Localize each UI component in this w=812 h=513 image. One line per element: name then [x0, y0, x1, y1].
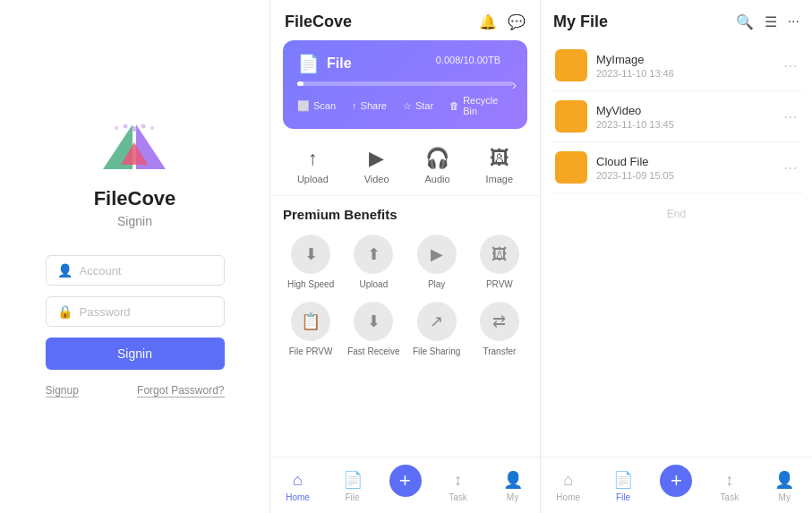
- upload-icon: ↑: [308, 147, 318, 170]
- storage-size: 0.008/10.00TB: [436, 55, 500, 65]
- signin-button[interactable]: Signin: [46, 338, 225, 370]
- share-label: Share: [361, 100, 387, 111]
- file-info-cloudfile: Cloud File 2023-11-09 15:05: [596, 155, 774, 181]
- app-name: FileCove: [94, 187, 176, 210]
- audio-action[interactable]: 🎧 Audio: [424, 147, 449, 184]
- file-date-myvideo: 2023-11-10 13:45: [596, 119, 774, 130]
- high-speed-icon: ⬇: [291, 235, 330, 274]
- password-input[interactable]: [80, 305, 213, 319]
- nav-file[interactable]: 📄 File: [335, 470, 371, 502]
- video-label: Video: [364, 174, 389, 184]
- transfer-label: Transfer: [483, 346, 516, 356]
- file-nav-icon: 📄: [343, 470, 363, 490]
- upload-label: Upload: [297, 174, 329, 184]
- storage-card[interactable]: 📄 File 0.008/10.00TB ⬜ Scan ↑ Share ☆ St…: [283, 40, 527, 129]
- audio-label: Audio: [424, 174, 449, 184]
- upload-action[interactable]: ↑ Upload: [297, 147, 329, 184]
- svg-point-6: [124, 124, 128, 129]
- my-label: My: [507, 492, 518, 502]
- video-action[interactable]: ▶ Video: [364, 147, 389, 184]
- nav-add-button[interactable]: +: [389, 465, 422, 497]
- signin-panel: FileCove Signin 👤 🔒 Signin Signup Forgot…: [0, 0, 270, 513]
- fast-receive-icon: ⬇: [354, 302, 393, 341]
- file-more-myimage[interactable]: ⋯: [783, 57, 798, 74]
- mid-title: FileCove: [285, 13, 352, 31]
- right-header-icons: 🔍 ☰ ···: [736, 13, 799, 30]
- file-name-cloudfile: Cloud File: [596, 155, 774, 168]
- progress-bar-fill: [297, 81, 303, 86]
- right-nav-my[interactable]: 👤 My: [766, 470, 802, 502]
- right-nav-file[interactable]: 📄 File: [605, 470, 641, 502]
- right-header: My File 🔍 ☰ ···: [541, 0, 812, 40]
- signin-form: 👤 🔒 Signin Signup Forgot Password?: [46, 255, 225, 398]
- right-my-label: My: [779, 492, 791, 502]
- logo-container: FileCove Signin: [94, 115, 176, 228]
- svg-point-5: [150, 126, 154, 130]
- password-field-container: 🔒: [46, 296, 225, 327]
- mid-header-icons: 🔔 💬: [479, 13, 526, 30]
- my-icon: 👤: [503, 470, 523, 490]
- bottom-links: Signup Forgot Password?: [46, 384, 225, 398]
- file-prvw-icon: 📋: [291, 302, 330, 341]
- svg-point-7: [115, 126, 118, 130]
- account-input[interactable]: [80, 264, 213, 278]
- image-action[interactable]: 🖼 Image: [485, 147, 513, 184]
- folder-icon-myvideo: [555, 100, 587, 133]
- svg-point-3: [132, 126, 137, 132]
- star-label: Star: [415, 100, 433, 111]
- forgot-password-link[interactable]: Forgot Password?: [137, 384, 224, 398]
- premium-play[interactable]: ▶ Play: [409, 235, 465, 289]
- share-icon: ↑: [352, 100, 357, 111]
- premium-transfer[interactable]: ⇄ Transfer: [472, 302, 527, 356]
- right-nav-task[interactable]: ↕ Task: [712, 471, 748, 502]
- app-logo: [98, 115, 170, 178]
- right-file-label: File: [616, 492, 630, 502]
- premium-fast-receive[interactable]: ⬇ Fast Receive: [346, 302, 401, 356]
- premium-file-sharing[interactable]: ↗ File Sharing: [409, 302, 465, 356]
- signup-link[interactable]: Signup: [46, 384, 79, 398]
- audio-icon: 🎧: [425, 147, 449, 170]
- file-more-myvideo[interactable]: ⋯: [783, 108, 798, 125]
- message-icon[interactable]: 💬: [508, 13, 526, 30]
- bell-icon[interactable]: 🔔: [479, 13, 497, 30]
- quick-actions: ↑ Upload ▶ Video 🎧 Audio 🖼 Image: [270, 140, 540, 196]
- premium-grid: ⬇ High Speed ⬆ Upload ▶ Play 🖼 PRVW 📋 Fi…: [283, 235, 527, 356]
- account-field-container: 👤: [46, 255, 225, 286]
- file-item-myimage[interactable]: MyImage 2023-11-10 13:46 ⋯: [550, 40, 803, 91]
- list-icon[interactable]: ☰: [765, 13, 777, 30]
- premium-upload-label: Upload: [360, 279, 389, 289]
- search-icon[interactable]: 🔍: [736, 13, 754, 30]
- play-icon: ▶: [417, 235, 457, 274]
- file-sharing-label: File Sharing: [413, 346, 460, 356]
- premium-file-prvw[interactable]: 📋 File PRVW: [283, 302, 338, 356]
- more-icon[interactable]: ···: [788, 13, 799, 30]
- signin-title: Signin: [117, 214, 152, 228]
- image-label: Image: [485, 174, 513, 184]
- file-prvw-label: File PRVW: [289, 346, 333, 356]
- premium-section: Premium Benefits ⬇ High Speed ⬆ Upload ▶…: [270, 196, 540, 457]
- file-item-myvideo[interactable]: MyVideo 2023-11-10 13:45 ⋯: [550, 91, 803, 142]
- nav-my[interactable]: 👤 My: [495, 470, 531, 502]
- svg-point-4: [141, 124, 146, 129]
- premium-prvw[interactable]: 🖼 PRVW: [472, 235, 527, 289]
- recycle-action[interactable]: 🗑 Recycle Bin: [449, 95, 513, 116]
- right-nav-home[interactable]: ⌂ Home: [551, 471, 586, 502]
- share-action[interactable]: ↑ Share: [352, 95, 387, 116]
- nav-home[interactable]: ⌂ Home: [280, 471, 316, 502]
- file-date-cloudfile: 2023-11-09 15:05: [596, 170, 774, 181]
- premium-high-speed[interactable]: ⬇ High Speed: [283, 235, 338, 289]
- right-home-label: Home: [556, 492, 580, 502]
- scan-action[interactable]: ⬜ Scan: [297, 95, 336, 116]
- file-more-cloudfile[interactable]: ⋯: [783, 159, 798, 176]
- image-icon: 🖼: [490, 147, 509, 170]
- right-nav-add-button[interactable]: +: [660, 465, 692, 497]
- premium-upload[interactable]: ⬆ Upload: [346, 235, 401, 289]
- right-task-label: Task: [721, 492, 739, 502]
- file-sharing-icon: ↗: [417, 302, 457, 341]
- file-name-myimage: MyImage: [596, 53, 774, 66]
- file-item-cloudfile[interactable]: Cloud File 2023-11-09 15:05 ⋯: [550, 142, 803, 193]
- nav-task[interactable]: ↕ Task: [440, 471, 476, 502]
- home-icon: ⌂: [293, 471, 303, 490]
- star-action[interactable]: ☆ Star: [403, 95, 433, 116]
- right-my-icon: 👤: [774, 470, 794, 490]
